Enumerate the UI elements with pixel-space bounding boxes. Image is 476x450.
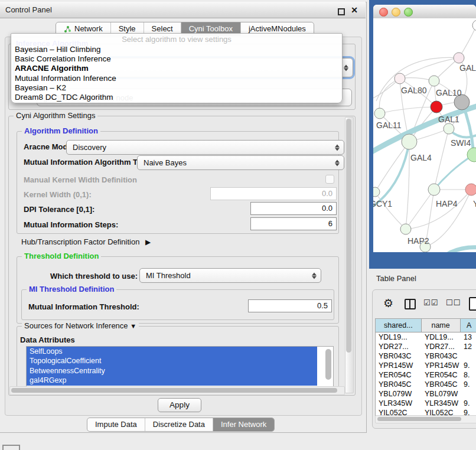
network-node[interactable] <box>374 108 385 119</box>
tab-impute-data[interactable]: Impute Data <box>87 418 145 431</box>
threshold-definition-legend: Threshold Definition <box>22 252 101 260</box>
table-column-header[interactable]: name <box>422 319 461 332</box>
algorithm-dropdown-list: Select algorithm to view settings Bayesi… <box>11 33 343 103</box>
which-threshold-combobox[interactable]: MI Threshold <box>139 268 321 283</box>
network-node-label: GAL <box>459 63 476 73</box>
node-table: shared...nameA YDL19...YDL19...13YDR27..… <box>375 318 476 416</box>
network-node[interactable] <box>472 20 476 31</box>
close-icon[interactable]: ✕ <box>351 5 358 15</box>
tab-infer-network[interactable]: Infer Network <box>213 418 274 431</box>
table-cell: YDL19... <box>376 332 422 342</box>
network-node[interactable] <box>467 148 476 162</box>
table-cell: YBR045C <box>422 380 461 389</box>
table-cell: YPR145W <box>422 361 461 370</box>
network-canvas[interactable]: GALGAL80GAL10GAL1GAL11SWI4GAL4HAP4YGCY1H… <box>373 18 476 252</box>
network-edge <box>375 192 406 229</box>
network-node-label: GAL4 <box>410 153 432 162</box>
table-row[interactable]: YBR045CYBR045C9. <box>376 380 476 389</box>
select-all-checkboxes-icon[interactable]: ☑☑ <box>423 298 438 307</box>
list-item[interactable]: TopologicalCoefficient <box>27 356 317 366</box>
close-traffic-light-icon[interactable] <box>379 8 388 17</box>
table-cell: YPR145W <box>376 361 422 370</box>
list-item[interactable]: SelfLoops <box>27 347 317 356</box>
cyni-settings-legend: Cyni Algorithm Settings <box>14 111 97 120</box>
mi-type-combobox[interactable]: Naive Bayes <box>137 155 344 170</box>
split-columns-icon[interactable] <box>405 299 416 309</box>
list-item[interactable]: BetweennessCentrality <box>27 366 317 376</box>
gear-icon[interactable]: ⚙ <box>383 296 393 310</box>
mi-threshold-field[interactable]: 0.5 <box>248 299 332 312</box>
scrollbar-thumb[interactable] <box>11 388 337 393</box>
dropdown-item[interactable]: Bayesian – Hill Climbing <box>15 45 101 54</box>
network-node[interactable] <box>431 101 442 113</box>
dropdown-prompt: Select algorithm to view settings <box>11 35 342 44</box>
table-panel: ⚙ ☑☑ ☐☐ shared...nameA YDL19...YDL19...1… <box>372 289 476 429</box>
table-column-header[interactable]: A <box>461 319 476 332</box>
table-horizontal-scrollbar[interactable] <box>375 415 476 423</box>
deselect-all-checkboxes-icon[interactable]: ☐☐ <box>446 298 461 307</box>
hub-section-toggle[interactable]: Hub/Transcription Factor Definition ▶ <box>21 237 151 247</box>
network-node[interactable] <box>395 73 405 84</box>
list-item[interactable]: gal4RGexp <box>27 376 317 385</box>
scrollbar-thumb[interactable] <box>346 119 351 353</box>
hub-section-label: Hub/Transcription Factor Definition <box>21 237 139 246</box>
table-cell: YLR345W <box>422 399 461 408</box>
table-column-header[interactable]: shared... <box>376 319 422 332</box>
kernel-width-field: 0.0 <box>210 187 337 200</box>
network-node-label: HAP4 <box>436 199 458 208</box>
control-panel-titlebar: Control Panel ✕ <box>0 2 366 18</box>
minimize-traffic-light-icon[interactable] <box>392 8 400 17</box>
control-panel-title: Control Panel <box>5 5 52 14</box>
network-node[interactable] <box>465 184 476 195</box>
dropdown-item-selected[interactable]: ARACNE Algorithm <box>15 64 89 73</box>
network-node[interactable] <box>454 53 464 63</box>
scrollbar-thumb[interactable] <box>377 417 461 421</box>
table-panel-title: Table Panel <box>376 274 416 283</box>
table-row[interactable]: YBL079WYBL079W <box>376 389 476 399</box>
table-row[interactable]: YER054CYER054C8. <box>376 370 476 380</box>
settings-horizontal-scrollbar[interactable] <box>9 386 345 395</box>
table-cell: YBL079W <box>376 389 422 399</box>
dpi-tolerance-label: DPI Tolerance [0,1]: <box>24 204 94 214</box>
table-cell: 13 <box>461 332 476 342</box>
table-cell: YER054C <box>376 370 422 380</box>
collapsed-panel-icon[interactable] <box>2 445 20 450</box>
float-window-icon[interactable] <box>338 8 345 15</box>
tab-discretize-data[interactable]: Discretize Data <box>145 418 213 431</box>
aracne-mode-combobox[interactable]: Discovery <box>66 140 344 155</box>
network-edge <box>380 107 436 113</box>
table-row[interactable]: YDL19...YDL19...13 <box>376 332 476 342</box>
network-node[interactable] <box>373 187 380 197</box>
new-document-icon[interactable] <box>469 297 476 311</box>
dpi-tolerance-field[interactable]: 0.0 <box>250 202 337 215</box>
table-row[interactable]: YDR27...YDR27...12 <box>376 342 476 351</box>
expanded-arrow-icon[interactable]: ▼ <box>130 322 136 330</box>
dropdown-item[interactable]: Dream8 DC_TDC Algorithm <box>15 93 113 102</box>
network-window: GALGAL80GAL10GAL1GAL11SWI4GAL4HAP4YGCY1H… <box>373 5 476 252</box>
mi-steps-field[interactable]: 6 <box>250 217 337 230</box>
dropdown-item[interactable]: Bayesian – K2 <box>15 83 66 93</box>
zoom-traffic-light-icon[interactable] <box>404 8 413 17</box>
network-node[interactable] <box>429 76 439 86</box>
table-row[interactable]: YLR345WYLR345W9. <box>376 399 476 408</box>
mi-type-label: Mutual Information Algorithm Type: <box>24 157 153 167</box>
table-row[interactable]: YBR043CYBR043C <box>376 351 476 361</box>
algorithm-definition-legend: Algorithm Definition <box>22 126 100 135</box>
network-svg[interactable]: GALGAL80GAL10GAL1GAL11SWI4GAL4HAP4YGCY1H… <box>373 18 476 252</box>
network-node[interactable] <box>400 224 411 234</box>
network-edge <box>379 79 400 113</box>
dropdown-item[interactable]: Basic Correlation Inference <box>15 54 111 64</box>
apply-button[interactable]: Apply <box>158 398 201 412</box>
dropdown-item[interactable]: Mutual Information Inference <box>15 74 116 83</box>
list-scrollbar-thumb[interactable] <box>325 349 331 380</box>
network-node[interactable] <box>428 184 440 195</box>
settings-vertical-scrollbar[interactable] <box>345 117 354 393</box>
network-node[interactable] <box>402 134 417 149</box>
table-row[interactable]: YPR145WYPR145W9. <box>376 361 476 370</box>
network-window-titlebar[interactable] <box>373 5 476 19</box>
network-node[interactable] <box>444 123 454 134</box>
table-cell: YBL079W <box>422 389 461 399</box>
table-body: YDL19...YDL19...13YDR27...YDR27...12YBR0… <box>376 332 476 416</box>
sources-legend-label: Sources for Network Inference <box>24 321 128 330</box>
data-attributes-label: Data Attributes <box>20 335 75 345</box>
